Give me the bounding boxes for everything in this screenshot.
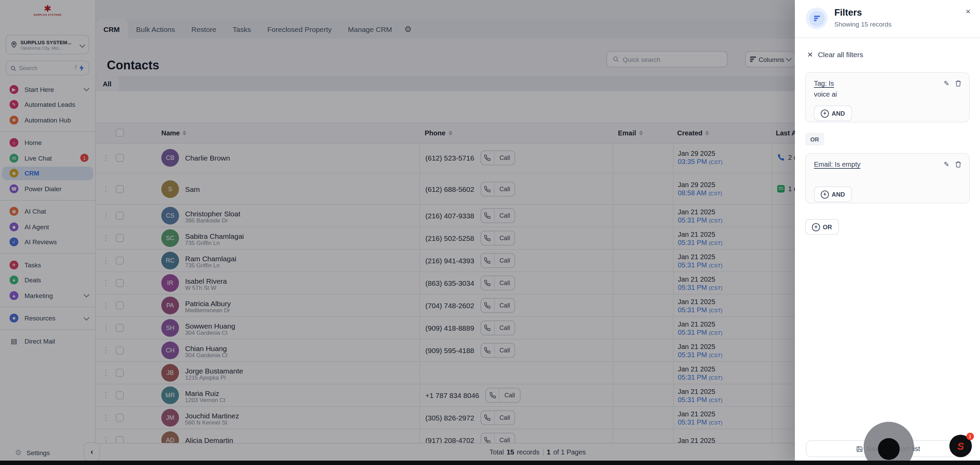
plus-icon: + xyxy=(812,223,820,231)
chat-notification-badge: 1 xyxy=(966,433,974,440)
modal-dim-overlay[interactable] xyxy=(0,0,795,465)
filters-panel-header: Filters Showing 15 records × xyxy=(795,0,980,38)
filter-card-actions: ✎ xyxy=(943,79,962,87)
delete-filter-icon[interactable] xyxy=(955,79,962,87)
filter-condition[interactable]: Tag: Is xyxy=(814,79,961,87)
and-button-label: AND xyxy=(832,191,845,198)
chat-widget-button[interactable]: S 1 xyxy=(950,435,972,457)
filter-condition[interactable]: Email: Is empty xyxy=(814,160,961,168)
close-icon: ✕ xyxy=(807,50,813,59)
or-button-label: OR xyxy=(823,224,832,230)
filter-condition-card: Tag: Isvoice ai✎+AND xyxy=(805,72,970,122)
filters-record-count: Showing 15 records xyxy=(834,21,891,28)
clear-all-filters-label: Clear all filters xyxy=(818,50,863,59)
delete-filter-icon[interactable] xyxy=(955,160,962,168)
add-or-condition-button[interactable]: + OR xyxy=(805,219,839,235)
clear-all-filters-button[interactable]: ✕ Clear all filters xyxy=(807,50,863,59)
filter-condition-card: Email: Is empty✎+AND xyxy=(805,153,970,203)
plus-icon: + xyxy=(821,190,829,198)
and-button-label: AND xyxy=(832,110,845,117)
add-and-condition-button[interactable]: +AND xyxy=(814,105,852,121)
cursor-dot xyxy=(878,438,900,460)
filters-panel: Filters Showing 15 records × ✕ Clear all… xyxy=(795,0,980,465)
plus-icon: + xyxy=(821,109,829,117)
save-icon xyxy=(856,445,863,452)
filter-value: voice ai xyxy=(814,90,961,98)
filter-icon xyxy=(806,8,827,29)
edit-filter-icon[interactable]: ✎ xyxy=(943,160,950,168)
window-bottom-edge xyxy=(0,460,980,465)
filters-title: Filters xyxy=(834,8,862,18)
app-window: ✱ SURPLUS SYSTEMS SURPLUS SYSTEM... Okla… xyxy=(0,0,980,465)
close-panel-button[interactable]: × xyxy=(966,7,970,16)
chat-widget-logo: S xyxy=(957,440,964,452)
add-and-condition-button[interactable]: +AND xyxy=(814,186,852,202)
filter-card-actions: ✎ xyxy=(943,160,962,168)
filter-value xyxy=(814,171,961,179)
edit-filter-icon[interactable]: ✎ xyxy=(943,79,950,87)
or-connector-chip: OR xyxy=(805,133,824,146)
